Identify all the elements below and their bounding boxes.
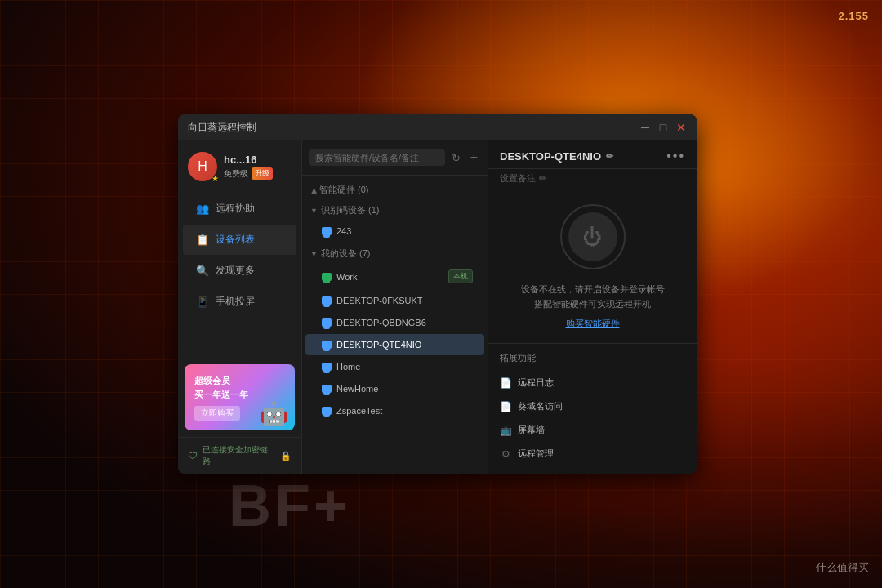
sidebar-item-label: 设备列表	[216, 233, 255, 247]
group-label: 我的设备 (7)	[321, 247, 371, 260]
group-label: 智能硬件 (0)	[319, 184, 369, 196]
profile-info: hc...16 免费级 升级	[224, 154, 292, 180]
device-name: NewHome	[336, 384, 473, 394]
list-item[interactable]: DESKTOP-QBDNGB6	[305, 312, 484, 333]
device-name: DESKTOP-QBDNGB6	[336, 318, 473, 327]
right-panel: DESKTOP-QTE4NIO ✏ ••• 设置备注 ✏ ⏻ 设备不在线，请开启…	[488, 140, 697, 474]
expand-item-label: 远程日志	[518, 376, 554, 389]
refresh-button[interactable]: ↻	[448, 149, 464, 167]
discover-icon: 🔍	[196, 265, 209, 278]
sidebar-item-label: 发现更多	[216, 264, 255, 278]
right-content: ⏻ 设备不在线，请开启设备并登录帐号 搭配智能硬件可实现远程开机 购买智能硬件	[488, 191, 697, 343]
sidebar-banner[interactable]: 超级会员 买一年送一年 立即购买 🤖	[185, 364, 295, 430]
sidebar: H hc...16 免费级 升级 👥 远程协助 📋 设备列表	[178, 140, 302, 474]
chevron-down-icon: ▼	[310, 207, 318, 215]
sidebar-item-label: 远程协助	[216, 202, 255, 216]
banner-buy-button[interactable]: 立即购买	[194, 406, 240, 421]
device-title-text: DESKTOP-QTE4NIO	[500, 150, 601, 163]
settings-edit-icon[interactable]: ✏	[539, 173, 546, 184]
device-list: ▶ 智能硬件 (0) ▼ 识别码设备 (1) 243 ▼ 我的设备 (7)	[302, 176, 488, 474]
close-button[interactable]: ✕	[675, 122, 687, 133]
window-title: 向日葵远程控制	[188, 121, 639, 135]
list-item[interactable]: DESKTOP-0FKSUKT	[305, 290, 484, 311]
expand-item-sunflower-access[interactable]: 📄 葵域名访问	[500, 394, 685, 418]
right-header: DESKTOP-QTE4NIO ✏ •••	[488, 140, 697, 169]
search-bar: ↻ +	[302, 140, 488, 176]
expand-title: 拓展功能	[500, 352, 685, 364]
device-name: Work	[336, 272, 443, 282]
banner-text: 超级会员 买一年送一年	[194, 374, 285, 401]
middle-panel: ↻ + ▶ 智能硬件 (0) ▼ 识别码设备 (1) 243	[302, 140, 488, 474]
device-name: ZspaceTest	[336, 406, 473, 416]
app-window: 向日葵远程控制 ─ □ ✕ H hc...16 免费级 升级	[178, 114, 697, 474]
chevron-right-icon: ▶	[310, 187, 318, 193]
sidebar-item-label: 手机投屏	[216, 295, 255, 309]
expand-item-remote-log[interactable]: 📄 远程日志	[500, 371, 685, 394]
device-icon	[322, 407, 332, 415]
expand-item-label: 远程管理	[518, 448, 554, 460]
expand-item-screen-wall[interactable]: 📺 屏幕墙	[500, 418, 685, 442]
device-name: DESKTOP-QTE4NIO	[336, 340, 473, 350]
device-icon	[322, 227, 332, 235]
local-badge: 本机	[448, 270, 473, 283]
sidebar-profile[interactable]: H hc...16 免费级 升级	[178, 140, 301, 189]
phone-mirror-icon: 📱	[196, 296, 209, 309]
list-item[interactable]: DESKTOP-QTE4NIO	[305, 334, 484, 355]
search-input[interactable]	[309, 149, 445, 166]
device-list-icon: 📋	[196, 234, 209, 247]
device-name: Home	[336, 362, 473, 372]
device-icon	[322, 363, 332, 371]
level-label: 免费级	[224, 168, 248, 180]
list-item[interactable]: ZspaceTest	[305, 400, 484, 421]
sidebar-item-device-list[interactable]: 📋 设备列表	[183, 225, 296, 255]
chevron-down-icon: ▼	[310, 250, 318, 258]
domain-access-icon: 📄	[500, 401, 511, 412]
window-controls: ─ □ ✕	[639, 122, 687, 133]
more-options-button[interactable]: •••	[666, 149, 685, 163]
expand-item-label: 葵域名访问	[518, 400, 563, 412]
expand-item-remote-manage[interactable]: ⚙ 远程管理	[500, 442, 685, 466]
remote-log-icon: 📄	[500, 377, 511, 389]
device-name: 243	[336, 226, 473, 236]
edit-icon[interactable]: ✏	[606, 151, 613, 162]
device-icon	[322, 273, 332, 281]
screen-wall-icon: 📺	[500, 425, 511, 436]
sidebar-item-discover[interactable]: 🔍 发现更多	[183, 256, 296, 286]
device-icon	[322, 385, 332, 393]
version-badge: 2.155	[838, 10, 869, 22]
buy-hardware-link[interactable]: 购买智能硬件	[566, 318, 620, 330]
app-body: H hc...16 免费级 升级 👥 远程协助 📋 设备列表	[178, 140, 697, 474]
group-identified-devices[interactable]: ▼ 识别码设备 (1)	[302, 199, 488, 220]
power-icon: ⏻	[568, 212, 617, 261]
banner-robot-icon: 🤖	[260, 400, 288, 427]
add-device-button[interactable]: +	[467, 147, 481, 168]
sidebar-item-remote-assist[interactable]: 👥 远程协助	[183, 194, 296, 224]
minimize-button[interactable]: ─	[639, 122, 651, 133]
expand-item-label: 屏幕墙	[518, 424, 545, 436]
device-title: DESKTOP-QTE4NIO ✏	[500, 150, 613, 163]
list-item[interactable]: Work 本机	[305, 264, 484, 289]
group-label: 识别码设备 (1)	[321, 204, 380, 216]
offline-status-text: 设备不在线，请开启设备并登录帐号 搭配智能硬件可实现远程开机	[521, 283, 665, 311]
list-item[interactable]: Home	[305, 356, 484, 377]
title-bar: 向日葵远程控制 ─ □ ✕	[178, 114, 697, 140]
upgrade-button[interactable]: 升级	[252, 167, 273, 180]
profile-name: hc...16	[224, 154, 292, 166]
bf-text: BF+	[229, 472, 351, 539]
list-item[interactable]: 243	[305, 220, 484, 242]
profile-badge: 免费级 升级	[224, 167, 292, 180]
device-icon	[322, 296, 332, 305]
sidebar-item-phone-mirror[interactable]: 📱 手机投屏	[183, 287, 296, 317]
avatar: H	[188, 152, 217, 181]
device-icon	[322, 318, 332, 327]
device-icon	[322, 341, 332, 349]
power-button[interactable]: ⏻	[560, 204, 626, 270]
expand-section: 拓展功能 📄 远程日志 📄 葵域名访问 📺 屏幕墙 ⚙ 远程管理	[488, 343, 697, 474]
maximize-button[interactable]: □	[657, 122, 669, 133]
shield-icon: 🛡	[188, 450, 198, 461]
group-my-devices[interactable]: ▼ 我的设备 (7)	[302, 243, 488, 263]
list-item[interactable]: NewHome	[305, 378, 484, 399]
group-smart-hardware[interactable]: ▶ 智能硬件 (0)	[302, 179, 488, 199]
sidebar-footer: 🛡 已连接安全加密链路 🔒	[178, 437, 301, 474]
settings-label: 设置备注	[500, 172, 536, 185]
